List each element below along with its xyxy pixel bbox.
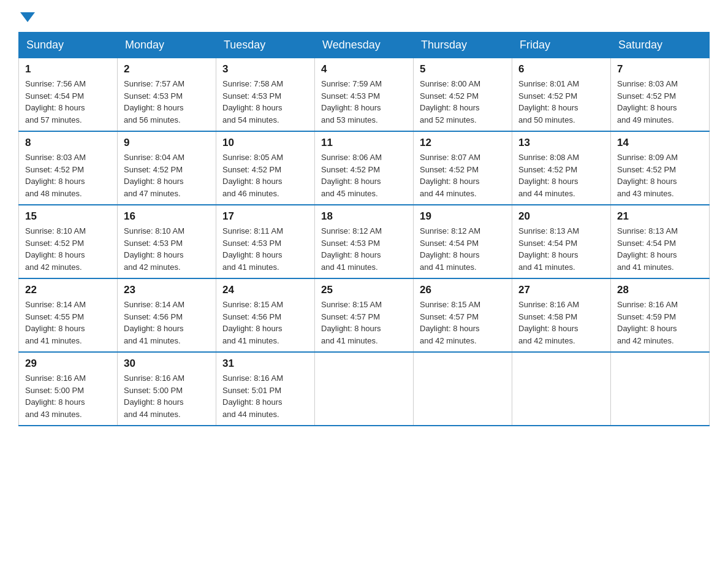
day-number: 2 xyxy=(124,63,210,75)
day-info: Sunrise: 8:03 AM Sunset: 4:52 PM Dayligh… xyxy=(617,78,703,126)
day-info: Sunrise: 8:05 AM Sunset: 4:52 PM Dayligh… xyxy=(222,151,308,199)
day-info: Sunrise: 8:10 AM Sunset: 4:53 PM Dayligh… xyxy=(124,225,210,273)
calendar-header-sunday: Sunday xyxy=(19,33,118,58)
calendar-cell: 6 Sunrise: 8:01 AM Sunset: 4:52 PM Dayli… xyxy=(512,58,611,132)
calendar-cell: 9 Sunrise: 8:04 AM Sunset: 4:52 PM Dayli… xyxy=(118,131,216,205)
calendar-cell: 4 Sunrise: 7:59 AM Sunset: 4:53 PM Dayli… xyxy=(315,58,414,132)
calendar-table: SundayMondayTuesdayWednesdayThursdayFrid… xyxy=(18,32,710,426)
week-row-1: 1 Sunrise: 7:56 AM Sunset: 4:54 PM Dayli… xyxy=(19,58,710,132)
day-number: 31 xyxy=(222,358,308,370)
day-info: Sunrise: 7:57 AM Sunset: 4:53 PM Dayligh… xyxy=(124,78,210,126)
calendar-header-monday: Monday xyxy=(118,33,216,58)
calendar-cell: 7 Sunrise: 8:03 AM Sunset: 4:52 PM Dayli… xyxy=(611,58,710,132)
day-number: 14 xyxy=(617,137,703,149)
day-number: 23 xyxy=(124,284,210,296)
day-info: Sunrise: 8:16 AM Sunset: 5:01 PM Dayligh… xyxy=(222,372,308,420)
day-number: 27 xyxy=(518,284,604,296)
day-number: 26 xyxy=(420,284,506,296)
calendar-cell xyxy=(414,352,512,426)
calendar-cell: 23 Sunrise: 8:14 AM Sunset: 4:56 PM Dayl… xyxy=(118,278,216,352)
day-info: Sunrise: 8:16 AM Sunset: 5:00 PM Dayligh… xyxy=(124,372,210,420)
calendar-cell: 11 Sunrise: 8:06 AM Sunset: 4:52 PM Dayl… xyxy=(315,131,414,205)
day-info: Sunrise: 8:14 AM Sunset: 4:56 PM Dayligh… xyxy=(124,299,210,347)
calendar-cell: 30 Sunrise: 8:16 AM Sunset: 5:00 PM Dayl… xyxy=(118,352,216,426)
calendar-cell: 12 Sunrise: 8:07 AM Sunset: 4:52 PM Dayl… xyxy=(414,131,512,205)
day-info: Sunrise: 8:10 AM Sunset: 4:52 PM Dayligh… xyxy=(25,225,111,273)
day-info: Sunrise: 7:56 AM Sunset: 4:54 PM Dayligh… xyxy=(25,78,111,126)
page-header xyxy=(18,12,710,20)
day-number: 7 xyxy=(617,63,703,75)
calendar-header-saturday: Saturday xyxy=(611,33,710,58)
day-info: Sunrise: 7:59 AM Sunset: 4:53 PM Dayligh… xyxy=(321,78,407,126)
calendar-header-row: SundayMondayTuesdayWednesdayThursdayFrid… xyxy=(19,33,710,58)
day-info: Sunrise: 8:08 AM Sunset: 4:52 PM Dayligh… xyxy=(518,151,604,199)
calendar-cell: 14 Sunrise: 8:09 AM Sunset: 4:52 PM Dayl… xyxy=(611,131,710,205)
day-number: 29 xyxy=(25,358,111,370)
day-info: Sunrise: 8:07 AM Sunset: 4:52 PM Dayligh… xyxy=(420,151,506,199)
week-row-5: 29 Sunrise: 8:16 AM Sunset: 5:00 PM Dayl… xyxy=(19,352,710,426)
logo-wrapper xyxy=(18,12,35,20)
calendar-cell: 15 Sunrise: 8:10 AM Sunset: 4:52 PM Dayl… xyxy=(19,205,118,278)
calendar-cell: 2 Sunrise: 7:57 AM Sunset: 4:53 PM Dayli… xyxy=(118,58,216,132)
calendar-cell xyxy=(611,352,710,426)
day-info: Sunrise: 8:04 AM Sunset: 4:52 PM Dayligh… xyxy=(124,151,210,199)
day-number: 13 xyxy=(518,137,604,149)
day-info: Sunrise: 8:01 AM Sunset: 4:52 PM Dayligh… xyxy=(518,78,604,126)
calendar-cell: 18 Sunrise: 8:12 AM Sunset: 4:53 PM Dayl… xyxy=(315,205,414,278)
calendar-cell: 1 Sunrise: 7:56 AM Sunset: 4:54 PM Dayli… xyxy=(19,58,118,132)
day-info: Sunrise: 8:12 AM Sunset: 4:54 PM Dayligh… xyxy=(420,225,506,273)
calendar-cell: 10 Sunrise: 8:05 AM Sunset: 4:52 PM Dayl… xyxy=(216,131,315,205)
day-number: 9 xyxy=(124,137,210,149)
day-info: Sunrise: 8:03 AM Sunset: 4:52 PM Dayligh… xyxy=(25,151,111,199)
day-number: 15 xyxy=(25,210,111,223)
day-info: Sunrise: 8:15 AM Sunset: 4:57 PM Dayligh… xyxy=(321,299,407,347)
day-number: 4 xyxy=(321,63,407,75)
week-row-4: 22 Sunrise: 8:14 AM Sunset: 4:55 PM Dayl… xyxy=(19,278,710,352)
calendar-header-wednesday: Wednesday xyxy=(315,33,414,58)
day-info: Sunrise: 8:16 AM Sunset: 4:58 PM Dayligh… xyxy=(518,299,604,347)
calendar-cell: 17 Sunrise: 8:11 AM Sunset: 4:53 PM Dayl… xyxy=(216,205,315,278)
day-info: Sunrise: 8:12 AM Sunset: 4:53 PM Dayligh… xyxy=(321,225,407,273)
day-info: Sunrise: 8:09 AM Sunset: 4:52 PM Dayligh… xyxy=(617,151,703,199)
logo-arrow-icon xyxy=(20,12,35,22)
day-number: 20 xyxy=(518,210,604,223)
day-info: Sunrise: 8:15 AM Sunset: 4:56 PM Dayligh… xyxy=(222,299,308,347)
calendar-cell: 8 Sunrise: 8:03 AM Sunset: 4:52 PM Dayli… xyxy=(19,131,118,205)
week-row-2: 8 Sunrise: 8:03 AM Sunset: 4:52 PM Dayli… xyxy=(19,131,710,205)
day-info: Sunrise: 8:11 AM Sunset: 4:53 PM Dayligh… xyxy=(222,225,308,273)
calendar-cell xyxy=(512,352,611,426)
week-row-3: 15 Sunrise: 8:10 AM Sunset: 4:52 PM Dayl… xyxy=(19,205,710,278)
calendar-cell: 24 Sunrise: 8:15 AM Sunset: 4:56 PM Dayl… xyxy=(216,278,315,352)
day-number: 24 xyxy=(222,284,308,296)
calendar-cell: 25 Sunrise: 8:15 AM Sunset: 4:57 PM Dayl… xyxy=(315,278,414,352)
day-number: 22 xyxy=(25,284,111,296)
logo xyxy=(18,12,35,20)
day-info: Sunrise: 8:15 AM Sunset: 4:57 PM Dayligh… xyxy=(420,299,506,347)
day-number: 11 xyxy=(321,137,407,149)
calendar-cell: 27 Sunrise: 8:16 AM Sunset: 4:58 PM Dayl… xyxy=(512,278,611,352)
calendar-header-friday: Friday xyxy=(512,33,611,58)
calendar-cell: 16 Sunrise: 8:10 AM Sunset: 4:53 PM Dayl… xyxy=(118,205,216,278)
calendar-cell: 21 Sunrise: 8:13 AM Sunset: 4:54 PM Dayl… xyxy=(611,205,710,278)
day-number: 8 xyxy=(25,137,111,149)
calendar-cell: 22 Sunrise: 8:14 AM Sunset: 4:55 PM Dayl… xyxy=(19,278,118,352)
day-info: Sunrise: 7:58 AM Sunset: 4:53 PM Dayligh… xyxy=(222,78,308,126)
day-info: Sunrise: 8:16 AM Sunset: 4:59 PM Dayligh… xyxy=(617,299,703,347)
day-number: 18 xyxy=(321,210,407,223)
day-info: Sunrise: 8:13 AM Sunset: 4:54 PM Dayligh… xyxy=(518,225,604,273)
day-number: 3 xyxy=(222,63,308,75)
day-number: 16 xyxy=(124,210,210,223)
day-number: 6 xyxy=(518,63,604,75)
day-number: 19 xyxy=(420,210,506,223)
calendar-cell: 3 Sunrise: 7:58 AM Sunset: 4:53 PM Dayli… xyxy=(216,58,315,132)
calendar-cell: 31 Sunrise: 8:16 AM Sunset: 5:01 PM Dayl… xyxy=(216,352,315,426)
calendar-cell: 20 Sunrise: 8:13 AM Sunset: 4:54 PM Dayl… xyxy=(512,205,611,278)
day-number: 21 xyxy=(617,210,703,223)
calendar-cell: 26 Sunrise: 8:15 AM Sunset: 4:57 PM Dayl… xyxy=(414,278,512,352)
day-number: 30 xyxy=(124,358,210,370)
calendar-cell: 13 Sunrise: 8:08 AM Sunset: 4:52 PM Dayl… xyxy=(512,131,611,205)
day-number: 10 xyxy=(222,137,308,149)
day-number: 1 xyxy=(25,63,111,75)
day-number: 5 xyxy=(420,63,506,75)
calendar-cell: 29 Sunrise: 8:16 AM Sunset: 5:00 PM Dayl… xyxy=(19,352,118,426)
